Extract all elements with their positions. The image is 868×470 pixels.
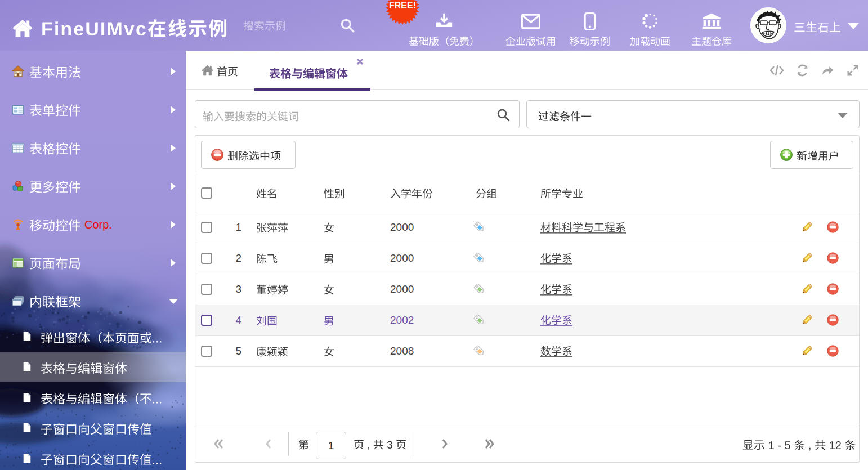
svg-text:FREE!: FREE! [389,1,416,10]
